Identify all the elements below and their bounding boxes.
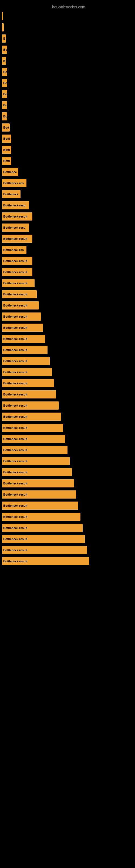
- bar-row: Bottleneck: [0, 189, 135, 199]
- bar-label: Bottleneck result: [3, 293, 27, 296]
- bar: Bott: [2, 123, 10, 131]
- site-title: TheBottlenecker.com: [0, 3, 135, 10]
- bar: Bottleneck result: [2, 524, 83, 532]
- bar-label: Bottleneck res: [3, 248, 24, 251]
- bar-row: Bottleneck result: [0, 467, 135, 477]
- bar-label: Bottleneck result: [3, 382, 27, 385]
- bar-row: Bottleneck result: [0, 545, 135, 555]
- bar: Bottleneck result: [2, 323, 43, 332]
- bar-row: Bottleneck result: [0, 378, 135, 389]
- bar: Bottleneck result: [2, 390, 56, 399]
- bar: Bottleneck result: [2, 468, 72, 476]
- bar: Bottleneck result: [2, 435, 65, 443]
- bar-label: Bottleneck result: [3, 437, 27, 440]
- bar-label: Bottleneck resu: [3, 204, 26, 207]
- bar-label: Bottleneck result: [3, 493, 27, 496]
- bar: Bottleneck result: [2, 412, 61, 421]
- bar-label: Bottl: [3, 159, 10, 162]
- bar-row: Bott: [0, 122, 135, 133]
- bar-row: Bottleneck result: [0, 267, 135, 277]
- bar-label: Bo: [3, 82, 7, 85]
- bar-label: Bottleneck result: [3, 415, 27, 418]
- bar: Bottleneck result: [2, 357, 50, 365]
- bar-label: Bo: [3, 48, 7, 51]
- bar-row: Bottleneck result: [0, 423, 135, 433]
- bar-label: Bottleneck result: [3, 515, 27, 518]
- bar-row: Bottlenec: [0, 167, 135, 177]
- bar-label: Bottleneck result: [3, 215, 27, 218]
- bar-row: [0, 22, 135, 33]
- bar: Bottleneck result: [2, 268, 32, 276]
- bar: Bottlenec: [2, 168, 18, 176]
- bar: Bottleneck result: [2, 546, 87, 554]
- bar: Bottleneck result: [2, 235, 32, 243]
- bar-row: Bo: [0, 67, 135, 77]
- bar: Bo: [2, 79, 7, 87]
- bar-row: Bottleneck result: [0, 389, 135, 400]
- bar-label: Bottleneck result: [3, 315, 27, 318]
- bar-row: Bottleneck res: [0, 178, 135, 188]
- bar: Bottleneck result: [2, 212, 32, 220]
- bar-label: Bottleneck result: [3, 537, 27, 540]
- bar: Bottleneck: [2, 190, 20, 198]
- bar: Bo: [2, 68, 7, 76]
- bar: Bo: [2, 112, 7, 120]
- bar-row: Bottleneck result: [0, 489, 135, 500]
- bar-row: Bottleneck resu: [0, 200, 135, 211]
- bar-row: Bottleneck result: [0, 345, 135, 355]
- bar-row: Bottleneck result: [0, 356, 135, 366]
- bar: Bottl: [2, 146, 11, 154]
- bar-label: Bottleneck result: [3, 304, 27, 307]
- bar: Bottleneck result: [2, 335, 45, 343]
- bar-row: Bottleneck result: [0, 556, 135, 566]
- bar-label: Bottleneck result: [3, 282, 27, 285]
- bar-label: Bottleneck result: [3, 526, 27, 529]
- bar-row: Bo: [0, 44, 135, 55]
- bar: Bottleneck result: [2, 346, 48, 354]
- bar: Bo: [2, 90, 7, 98]
- bar: Bottleneck result: [2, 501, 78, 510]
- bar-row: B: [0, 33, 135, 44]
- bar-label: Bottleneck result: [3, 460, 27, 463]
- bar-label: Bottleneck result: [3, 360, 27, 363]
- bar-row: Bottleneck result: [0, 478, 135, 489]
- bar: Bottleneck res: [2, 246, 27, 254]
- bar-row: Bottl: [0, 145, 135, 155]
- bar: Bottleneck result: [2, 379, 54, 388]
- bar-label: Bottleneck result: [3, 404, 27, 407]
- bar-row: Bottleneck result: [0, 256, 135, 266]
- bar: Bottleneck result: [2, 312, 41, 321]
- bar-row: Bottleneck result: [0, 322, 135, 333]
- bar-label: Bo: [3, 70, 7, 73]
- bar-label: Bottleneck result: [3, 560, 27, 563]
- bar-label: Bottleneck result: [3, 237, 27, 240]
- bar: Bo: [2, 45, 7, 54]
- bar-label: Bottleneck res: [3, 182, 24, 185]
- bar-row: Bottleneck res: [0, 245, 135, 255]
- bar-label: Bott: [3, 126, 9, 129]
- bar-label: Bottleneck result: [3, 504, 27, 507]
- bar-label: Bo: [3, 93, 7, 96]
- bars-container: BBoBBoBoBoBoBoBottBottlBottlBottlBottlen…: [0, 11, 135, 566]
- bar-label: Bottl: [3, 148, 10, 151]
- bar: Bottleneck result: [2, 446, 68, 454]
- bar-row: Bo: [0, 111, 135, 122]
- bar-label: Bottleneck result: [3, 549, 27, 552]
- bar: Bottleneck result: [2, 490, 76, 499]
- bar: Bottleneck result: [2, 535, 85, 543]
- bar: Bottl: [2, 157, 11, 165]
- bar: Bottleneck result: [2, 513, 81, 521]
- bar-row: Bo: [0, 78, 135, 88]
- bar: Bottleneck res: [2, 179, 27, 187]
- bar-row: Bottleneck resu: [0, 222, 135, 233]
- bar-label: Bottleneck result: [3, 426, 27, 429]
- bar-label: B: [3, 37, 5, 40]
- bar-label: Bottleneck result: [3, 471, 27, 474]
- bar: Bottleneck result: [2, 368, 52, 376]
- chart-container: TheBottlenecker.com BBoBBoBoBoBoBoBottBo…: [0, 0, 135, 570]
- bar-row: Bottleneck result: [0, 334, 135, 344]
- bar-label: Bottl: [3, 137, 10, 140]
- bar-label: Bottleneck result: [3, 482, 27, 485]
- bar-label: Bottleneck result: [3, 371, 27, 374]
- bar: Bottleneck result: [2, 279, 35, 287]
